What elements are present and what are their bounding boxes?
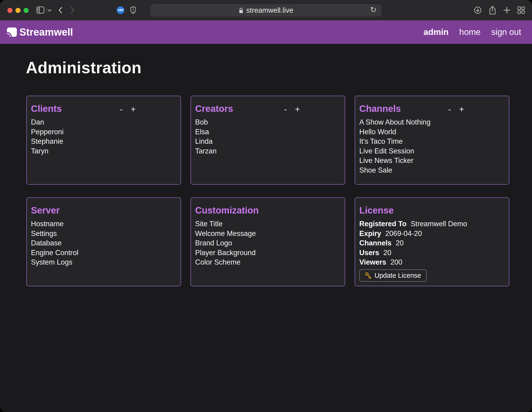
back-button[interactable] (58, 7, 62, 13)
list-item[interactable]: Welcome Message (195, 229, 335, 238)
license-fields: Registered To Streamwell Demo Expiry 206… (359, 219, 500, 267)
browser-toolbar: ABP streamwell.live ↻ (0, 0, 532, 20)
address-bar[interactable]: streamwell.live ↻ (151, 4, 381, 16)
list-item[interactable]: Database (31, 238, 171, 248)
reload-button[interactable]: ↻ (369, 6, 378, 14)
field-label: Channels (359, 238, 392, 248)
server-card-title: Server (31, 205, 171, 216)
server-card: Server Hostname Settings Database Engine… (26, 197, 181, 286)
channels-remove-button[interactable]: - (445, 104, 454, 115)
minimize-window-button[interactable] (16, 8, 20, 13)
page-title: Administration (26, 58, 532, 77)
license-field-viewers: Viewers 200 (359, 257, 500, 267)
brand-name: Streamwell (19, 26, 73, 38)
update-license-label: Update License (375, 272, 421, 279)
list-item[interactable]: Brand Logo (195, 238, 335, 248)
list-item[interactable]: Engine Control (31, 248, 171, 258)
customization-card-title: Customization (195, 205, 335, 216)
update-license-button[interactable]: Update License (359, 269, 427, 282)
list-item[interactable]: Linda (195, 137, 335, 146)
list-item[interactable]: Live Edit Session (359, 146, 500, 156)
list-item[interactable]: A Show About Nothing (359, 118, 500, 127)
license-field-users: Users 20 (359, 248, 500, 258)
clients-remove-button[interactable]: - (117, 104, 126, 115)
clients-card-title: Clients (31, 103, 171, 114)
license-field-channels: Channels 20 (359, 238, 500, 248)
list-item[interactable]: Dan (31, 118, 171, 127)
nav-link-home[interactable]: home (459, 27, 481, 37)
sidebar-menu-chevron[interactable] (48, 9, 51, 12)
zoom-window-button[interactable] (24, 8, 29, 13)
admin-page: Administration Clients - + Dan Pepperoni… (0, 44, 532, 412)
list-item[interactable]: Tarzan (195, 146, 335, 156)
field-label: Registered To (359, 219, 406, 229)
creators-card-title: Creators (195, 103, 335, 114)
streamwell-cast-logo-icon (7, 28, 17, 37)
browser-window: ABP streamwell.live ↻ (0, 0, 532, 412)
license-field-registered-to: Registered To Streamwell Demo (359, 219, 500, 229)
sidebar-icon (37, 7, 44, 14)
list-item[interactable]: Taryn (31, 146, 171, 156)
list-item[interactable]: Live News Ticker (359, 156, 500, 166)
adblock-extension-button[interactable]: ABP (117, 7, 124, 14)
list-item[interactable]: Settings (31, 229, 171, 238)
list-item[interactable]: Shoe Sale (359, 166, 500, 175)
field-label: Expiry (359, 229, 381, 238)
forward-button[interactable] (71, 7, 75, 13)
adblock-abp-badge: ABP (117, 7, 124, 14)
creators-add-button[interactable]: + (293, 104, 302, 115)
downloads-button[interactable] (474, 6, 482, 14)
shield-icon (130, 6, 136, 14)
forward-icon (71, 7, 75, 13)
new-tab-button[interactable] (503, 7, 510, 14)
field-value: 20 (396, 238, 404, 248)
privacy-shield-button[interactable] (130, 6, 136, 14)
tab-overview-icon (517, 7, 525, 14)
toolbar-divider (46, 7, 47, 13)
license-card-title: License (359, 205, 500, 216)
list-item[interactable]: Stephanie (31, 137, 171, 146)
list-item[interactable]: System Logs (31, 257, 171, 267)
list-item[interactable]: Bob (195, 118, 335, 127)
list-item[interactable]: Elsa (195, 127, 335, 137)
close-window-button[interactable] (7, 8, 12, 13)
server-list: Hostname Settings Database Engine Contro… (31, 219, 171, 267)
field-value: 200 (390, 257, 402, 267)
list-item[interactable]: Site Title (195, 219, 335, 229)
license-field-expiry: Expiry 2069-04-20 (359, 229, 500, 238)
nav-link-admin[interactable]: admin (423, 27, 449, 37)
clients-list: Dan Pepperoni Stephanie Taryn (31, 118, 171, 156)
field-value: Streamwell Demo (410, 219, 467, 229)
field-label: Viewers (359, 257, 386, 267)
url-text: streamwell.live (246, 6, 293, 15)
creators-remove-button[interactable]: - (281, 104, 290, 115)
brand-link[interactable]: Streamwell (7, 26, 73, 38)
list-item[interactable]: Color Scheme (195, 257, 335, 267)
license-card: License Registered To Streamwell Demo Ex… (355, 197, 509, 286)
channels-card-title: Channels (359, 103, 500, 114)
sidebar-toggle-button[interactable] (37, 7, 44, 14)
channels-add-button[interactable]: + (457, 104, 466, 115)
new-tab-icon (503, 7, 510, 14)
tab-overview-button[interactable] (517, 7, 525, 14)
field-value: 2069-04-20 (385, 229, 422, 238)
back-icon (58, 7, 62, 13)
list-item[interactable]: Hello World (359, 127, 500, 137)
chevron-down-icon (48, 9, 51, 12)
creators-list: Bob Elsa Linda Tarzan (195, 118, 335, 156)
customization-list: Site Title Welcome Message Brand Logo Pl… (195, 219, 335, 267)
admin-cards-grid: Clients - + Dan Pepperoni Stephanie Tary… (26, 96, 532, 286)
share-icon (489, 6, 496, 15)
clients-card: Clients - + Dan Pepperoni Stephanie Tary… (26, 96, 181, 185)
nav-links: admin home sign out (423, 27, 521, 37)
creators-card: Creators - + Bob Elsa Linda Tarzan (190, 96, 345, 185)
lock-icon (239, 7, 243, 14)
channels-card: Channels - + A Show About Nothing Hello … (355, 96, 509, 185)
list-item[interactable]: Pepperoni (31, 127, 171, 137)
share-button[interactable] (489, 6, 496, 15)
list-item[interactable]: Player Background (195, 248, 335, 258)
clients-add-button[interactable]: + (129, 104, 138, 115)
nav-link-signout[interactable]: sign out (491, 27, 521, 37)
list-item[interactable]: It's Taco Time (359, 137, 500, 146)
list-item[interactable]: Hostname (31, 219, 171, 229)
